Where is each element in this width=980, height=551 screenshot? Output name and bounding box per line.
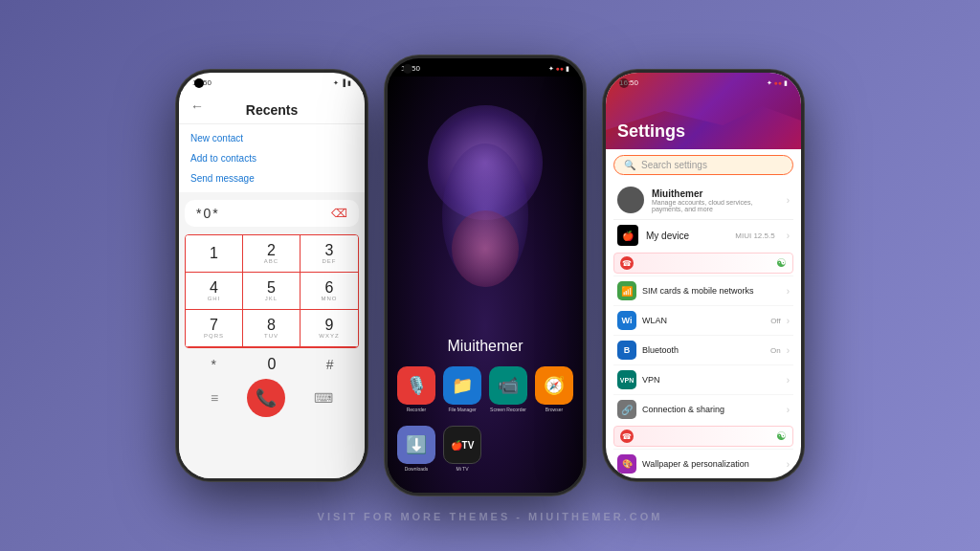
dial-bottom-row: * 0 # — [185, 356, 359, 373]
bluetooth-status: On — [770, 346, 781, 355]
chevron-device: › — [787, 231, 790, 241]
settings-list: Miuithemer Manage accounts, cloud servic… — [606, 181, 801, 478]
sim-icon: 📶 — [617, 281, 636, 300]
settings-row-vpn[interactable]: VPN VPN › — [613, 364, 793, 394]
dialpad-icon[interactable]: ⌨ — [314, 390, 333, 406]
phone-center: 16:50 ✦ ●● ▮ Miuithemer 🎙️ Recorder — [385, 55, 586, 496]
app-icon-downloads: ⬇️ — [397, 426, 435, 464]
chevron-profile: › — [787, 195, 790, 206]
dial-key-star[interactable]: * — [194, 357, 233, 372]
app-icon-files: 📁 — [443, 366, 481, 405]
dial-key-5[interactable]: 5 JKL — [243, 273, 301, 310]
dial-delete-icon[interactable]: ⌫ — [331, 207, 347, 220]
app-grid-row2: ⬇️ Downloads 🍎TV Mi TV — [397, 426, 573, 472]
punch-hole-center — [403, 64, 412, 74]
wallpaper-label: Wallpaper & personalization — [642, 459, 781, 469]
send-message-link[interactable]: Send message — [190, 168, 353, 188]
dial-key-7[interactable]: 7 PQRS — [186, 310, 243, 347]
settings-row-connection[interactable]: 🔗 Connection & sharing › — [613, 394, 793, 424]
app-icon-recorder: 🎙️ — [397, 366, 435, 405]
wlan-status: Off — [770, 317, 781, 325]
dial-key-4[interactable]: 4 GHI — [186, 273, 243, 310]
app-recorder[interactable]: 🎙️ Recorder — [397, 366, 435, 412]
dial-number: *0* — [196, 206, 220, 221]
recents-header: ← Recents — [179, 91, 365, 124]
dial-key-8[interactable]: 8 TUV — [243, 310, 301, 347]
call-button[interactable]: 📞 — [247, 379, 285, 417]
app-label-recorder: Recorder — [407, 407, 427, 412]
status-icons-center: ✦ ●● ▮ — [548, 65, 569, 73]
dialpad-area: *0* ⌫ 1 2 ABC 3 DEF — [179, 192, 365, 478]
app-browser[interactable]: 🧭 Browser — [535, 366, 573, 412]
profile-item[interactable]: Miuithemer Manage accounts, cloud servic… — [613, 181, 793, 219]
wallpaper-icon: 🎨 — [617, 454, 636, 474]
settings-row-sim[interactable]: 📶 SIM cards & mobile networks › — [613, 276, 793, 305]
red-dot-bottom: ☎ — [620, 430, 634, 443]
device-label: My device — [646, 231, 727, 241]
recents-actions: New contact Add to contacts Send message — [179, 124, 365, 192]
red-dot-left: ☎ — [620, 256, 634, 270]
phone-left: 16:50 ✦ ▐ ▮ ← Recents New contact Add to… — [176, 70, 368, 481]
phone-screen-center: Miuithemer 🎙️ Recorder 📁 File Manager 📹 … — [388, 77, 583, 493]
profile-name: Miuithemer — [652, 188, 779, 199]
hamburger-icon[interactable]: ≡ — [211, 390, 218, 406]
add-to-contacts-link[interactable]: Add to contacts — [190, 148, 353, 168]
settings-row-wallpaper[interactable]: 🎨 Wallpaper & personalization › — [613, 449, 793, 478]
dial-key-hash[interactable]: # — [311, 357, 349, 372]
device-badge: MIUI 12.5.5 — [735, 231, 774, 240]
phone-screen-left: ← Recents New contact Add to contacts Se… — [179, 91, 365, 478]
orb-container — [399, 105, 571, 316]
app-screenrec[interactable]: 📹 Screen Recorder — [489, 366, 527, 412]
search-icon: 🔍 — [624, 160, 635, 170]
phone-right: 16:50 ✦ ●● ▮ Settings 🔍 Search settings — [603, 70, 804, 481]
my-device-item[interactable]: 🍎 My device MIUI 12.5.5 › — [613, 219, 793, 251]
sim-label: SIM cards & mobile networks — [642, 286, 781, 296]
red-bar-top[interactable]: ☎ ☯ — [613, 253, 793, 274]
app-label-downloads: Downloads — [405, 466, 429, 472]
settings-row-wlan[interactable]: Wi WLAN Off › — [613, 305, 793, 335]
dial-display: *0* ⌫ — [185, 200, 359, 227]
app-icon-mitv: 🍎TV — [443, 426, 481, 464]
yin-yang-icon-2: ☯ — [776, 430, 787, 443]
recents-title: Recents — [190, 102, 353, 118]
call-btn-row: ≡ 📞 ⌨ — [211, 379, 333, 417]
app-grid-row1: 🎙️ Recorder 📁 File Manager 📹 Screen Reco… — [397, 366, 573, 412]
phones-container: 16:50 ✦ ▐ ▮ ← Recents New contact Add to… — [147, 0, 833, 551]
app-label-browser: Browser — [546, 407, 563, 412]
chevron-wlan: › — [787, 316, 790, 326]
app-label-files: File Manager — [448, 407, 476, 412]
profile-sub: Manage accounts, cloud services, payment… — [652, 199, 779, 212]
signal-icon-left: ▐ — [341, 79, 345, 86]
punch-hole-right — [619, 78, 629, 88]
app-files[interactable]: 📁 File Manager — [443, 366, 481, 412]
dial-key-0[interactable]: 0 — [253, 356, 291, 373]
dial-key-9[interactable]: 9 WXYZ — [301, 310, 358, 347]
dial-key-1[interactable]: 1 — [186, 235, 243, 273]
settings-row-bluetooth[interactable]: B Bluetooth On › — [613, 335, 793, 364]
punch-hole-left — [194, 78, 204, 88]
wlan-icon: Wi — [617, 311, 636, 330]
phone-screen-right: 16:50 ✦ ●● ▮ Settings 🔍 Search settings — [606, 73, 801, 478]
orb-3 — [452, 210, 519, 287]
status-bar-right: 16:50 ✦ ●● ▮ — [606, 73, 801, 91]
battery-icon-left: ▮ — [347, 79, 351, 87]
dial-key-3[interactable]: 3 DEF — [301, 235, 358, 273]
app-label-mitv: Mi TV — [457, 466, 469, 472]
device-icon: 🍎 — [617, 225, 638, 246]
status-bar-left: 16:50 ✦ ▐ ▮ — [179, 73, 365, 91]
wlan-label: WLAN — [642, 316, 765, 325]
settings-search-bar[interactable]: 🔍 Search settings — [613, 155, 793, 175]
profile-avatar — [617, 187, 644, 213]
dial-key-2[interactable]: 2 ABC — [243, 235, 301, 273]
app-mitv[interactable]: 🍎TV Mi TV — [443, 426, 481, 472]
chevron-connection: › — [787, 405, 790, 415]
red-bar-bottom[interactable]: ☎ ☯ — [613, 426, 793, 447]
dial-key-6[interactable]: 6 MNO — [301, 273, 358, 310]
new-contact-link[interactable]: New contact — [190, 128, 353, 148]
signal-icon-right: ●● — [774, 79, 782, 86]
app-downloads[interactable]: ⬇️ Downloads — [397, 426, 435, 472]
app-icon-screenrec: 📹 — [489, 366, 527, 405]
bluetooth-icon-center: ✦ — [548, 65, 554, 73]
watermark: VISIT FOR MORE THEMES - MIUITHEMER.COM — [318, 511, 663, 522]
battery-icon-right: ▮ — [784, 79, 788, 87]
